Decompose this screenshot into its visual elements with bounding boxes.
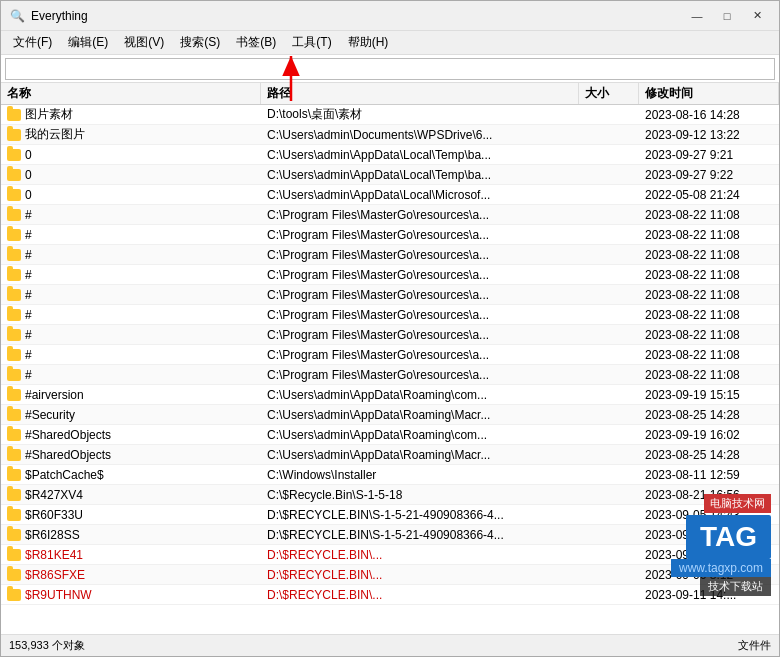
- cell-name: #: [1, 325, 261, 344]
- table-row[interactable]: #C:\Program Files\MasterGo\resources\a..…: [1, 225, 779, 245]
- table-row[interactable]: #C:\Program Files\MasterGo\resources\a..…: [1, 205, 779, 225]
- cell-modified: 2023-08-11 12:59: [639, 465, 779, 484]
- file-name-text: #: [25, 348, 32, 362]
- table-row[interactable]: $R60F33UD:\$RECYCLE.BIN\S-1-5-21-4909083…: [1, 505, 779, 525]
- cell-name: 0: [1, 165, 261, 184]
- header-size[interactable]: 大小: [579, 83, 639, 104]
- watermark-url: www.tagxp.com: [671, 559, 771, 577]
- cell-name: #SharedObjects: [1, 445, 261, 464]
- table-row[interactable]: 图片素材D:\tools\桌面\素材2023-08-16 14:28: [1, 105, 779, 125]
- cell-name: 图片素材: [1, 105, 261, 124]
- table-row[interactable]: #C:\Program Files\MasterGo\resources\a..…: [1, 285, 779, 305]
- cell-size: [579, 505, 639, 524]
- close-button[interactable]: ✕: [743, 5, 771, 27]
- table-row[interactable]: 我的云图片C:\Users\admin\Documents\WPSDrive\6…: [1, 125, 779, 145]
- cell-size: [579, 485, 639, 504]
- file-name-text: $PatchCache$: [25, 468, 104, 482]
- table-row[interactable]: #C:\Program Files\MasterGo\resources\a..…: [1, 245, 779, 265]
- header-modified[interactable]: 修改时间: [639, 83, 779, 104]
- cell-path: C:\Users\admin\AppData\Roaming\Macr...: [261, 445, 579, 464]
- maximize-button[interactable]: □: [713, 5, 741, 27]
- file-name-text: $R6I28SS: [25, 528, 80, 542]
- table-row[interactable]: #C:\Program Files\MasterGo\resources\a..…: [1, 325, 779, 345]
- cell-path: D:\$RECYCLE.BIN\...: [261, 585, 579, 604]
- cell-name: 0: [1, 185, 261, 204]
- table-row[interactable]: #C:\Program Files\MasterGo\resources\a..…: [1, 265, 779, 285]
- cell-modified: 2023-08-22 11:08: [639, 325, 779, 344]
- table-row[interactable]: $PatchCache$C:\Windows\Installer2023-08-…: [1, 465, 779, 485]
- search-input[interactable]: [5, 58, 775, 80]
- table-row[interactable]: #C:\Program Files\MasterGo\resources\a..…: [1, 365, 779, 385]
- file-name-text: $R427XV4: [25, 488, 83, 502]
- folder-icon: [7, 229, 21, 241]
- table-row[interactable]: $R81KE41D:\$RECYCLE.BIN\...2023-09-06 8:…: [1, 545, 779, 565]
- folder-icon: [7, 349, 21, 361]
- watermark-site: 电脑技术网: [704, 494, 771, 513]
- file-name-text: 图片素材: [25, 106, 73, 123]
- folder-icon: [7, 129, 21, 141]
- folder-icon: [7, 209, 21, 221]
- file-name-text: $R81KE41: [25, 548, 83, 562]
- menu-bar: 文件(F) 编辑(E) 视图(V) 搜索(S) 书签(B) 工具(T) 帮助(H…: [1, 31, 779, 55]
- menu-help[interactable]: 帮助(H): [340, 32, 397, 53]
- search-bar: [1, 55, 779, 83]
- cell-size: [579, 145, 639, 164]
- file-name-text: #: [25, 208, 32, 222]
- menu-file[interactable]: 文件(F): [5, 32, 60, 53]
- cell-size: [579, 405, 639, 424]
- header-path[interactable]: 路径: [261, 83, 579, 104]
- menu-view[interactable]: 视图(V): [116, 32, 172, 53]
- cell-path: C:\Program Files\MasterGo\resources\a...: [261, 305, 579, 324]
- file-name-text: #: [25, 228, 32, 242]
- cell-path: C:\Program Files\MasterGo\resources\a...: [261, 265, 579, 284]
- table-row[interactable]: $R427XV4C:\$Recycle.Bin\S-1-5-182023-08-…: [1, 485, 779, 505]
- file-name-text: #: [25, 328, 32, 342]
- table-row[interactable]: 0C:\Users\admin\AppData\Local\Temp\ba...…: [1, 165, 779, 185]
- folder-icon: [7, 109, 21, 121]
- status-bar: 153,933 个对象 文件件: [1, 634, 779, 656]
- folder-icon: [7, 529, 21, 541]
- watermark-tag: TAG: [686, 515, 771, 559]
- cell-modified: 2023-08-22 11:08: [639, 265, 779, 284]
- cell-modified: 2023-08-22 11:08: [639, 205, 779, 224]
- header-name[interactable]: 名称: [1, 83, 261, 104]
- table-row[interactable]: #SharedObjectsC:\Users\admin\AppData\Roa…: [1, 425, 779, 445]
- cell-modified: 2023-08-22 11:08: [639, 245, 779, 264]
- cell-modified: 2023-09-27 9:22: [639, 165, 779, 184]
- folder-icon: [7, 189, 21, 201]
- menu-edit[interactable]: 编辑(E): [60, 32, 116, 53]
- folder-icon: [7, 589, 21, 601]
- table-row[interactable]: 0C:\Users\admin\AppData\Local\Microsof..…: [1, 185, 779, 205]
- table-row[interactable]: $R6I28SSD:\$RECYCLE.BIN\S-1-5-21-4909083…: [1, 525, 779, 545]
- file-name-text: $R60F33U: [25, 508, 83, 522]
- menu-bookmarks[interactable]: 书签(B): [228, 32, 284, 53]
- folder-icon: [7, 149, 21, 161]
- cell-name: $R6I28SS: [1, 525, 261, 544]
- folder-icon: [7, 309, 21, 321]
- table-body: 图片素材D:\tools\桌面\素材2023-08-16 14:28我的云图片C…: [1, 105, 779, 634]
- folder-icon: [7, 469, 21, 481]
- cell-name: #: [1, 245, 261, 264]
- menu-search[interactable]: 搜索(S): [172, 32, 228, 53]
- menu-tools[interactable]: 工具(T): [284, 32, 339, 53]
- table-row[interactable]: $R9UTHNWD:\$RECYCLE.BIN\...2023-09-11 14…: [1, 585, 779, 605]
- cell-size: [579, 245, 639, 264]
- cell-size: [579, 105, 639, 124]
- cell-size: [579, 425, 639, 444]
- cell-name: #Security: [1, 405, 261, 424]
- table-row[interactable]: #C:\Program Files\MasterGo\resources\a..…: [1, 345, 779, 365]
- cell-path: C:\Program Files\MasterGo\resources\a...: [261, 245, 579, 264]
- table-row[interactable]: #SecurityC:\Users\admin\AppData\Roaming\…: [1, 405, 779, 425]
- cell-path: D:\$RECYCLE.BIN\S-1-5-21-490908366-4...: [261, 505, 579, 524]
- table-row[interactable]: $R86SFXED:\$RECYCLE.BIN\...2023-09-06 8:…: [1, 565, 779, 585]
- folder-icon: [7, 249, 21, 261]
- minimize-button[interactable]: —: [683, 5, 711, 27]
- table-row[interactable]: 0C:\Users\admin\AppData\Local\Temp\ba...…: [1, 145, 779, 165]
- table-row[interactable]: #SharedObjectsC:\Users\admin\AppData\Roa…: [1, 445, 779, 465]
- file-name-text: #: [25, 368, 32, 382]
- cell-path: C:\Users\admin\AppData\Local\Microsof...: [261, 185, 579, 204]
- cell-name: #airversion: [1, 385, 261, 404]
- cell-size: [579, 125, 639, 144]
- table-row[interactable]: #airversionC:\Users\admin\AppData\Roamin…: [1, 385, 779, 405]
- table-row[interactable]: #C:\Program Files\MasterGo\resources\a..…: [1, 305, 779, 325]
